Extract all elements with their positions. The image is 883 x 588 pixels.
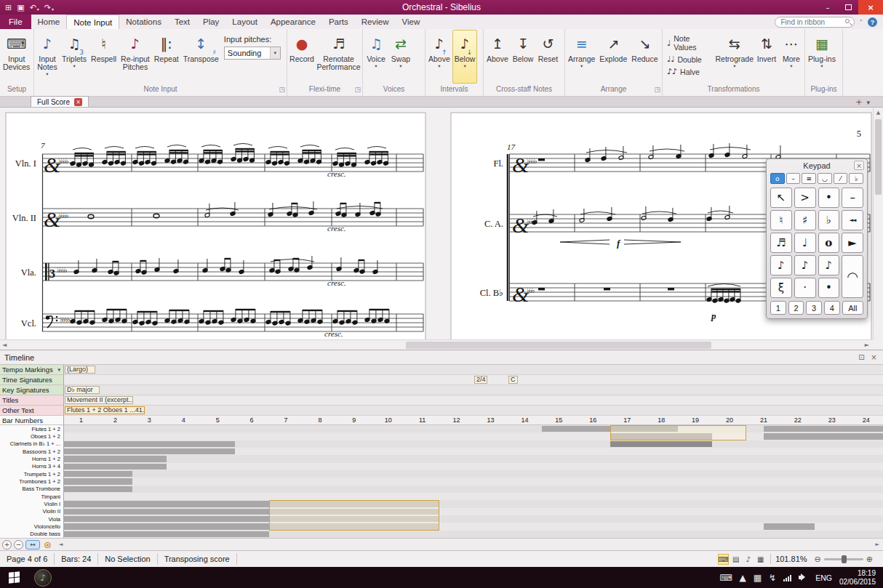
timeline-event-chip[interactable]: (Largo): [65, 366, 95, 374]
input-devices-button[interactable]: ⌨Input Devices: [1, 30, 32, 84]
natural-key[interactable]: ♮: [770, 210, 792, 230]
input-notes-button[interactable]: ♪Input Notes▾: [35, 30, 60, 84]
timeline-row-key-signatures[interactable]: D♭ major: [64, 385, 883, 395]
voice-2-button[interactable]: 2: [788, 301, 804, 315]
swap-button[interactable]: ⇄Swap▾: [388, 30, 413, 84]
quarter-note-key[interactable]: ♩: [794, 233, 816, 253]
tab-note-input[interactable]: Note Input: [66, 15, 119, 29]
reduce-button[interactable]: ↘Reduce: [629, 30, 660, 84]
timeline-event-chip[interactable]: D♭ major: [65, 386, 100, 394]
instrument-track-oboes-1-2[interactable]: [64, 432, 883, 440]
system-tray-icon[interactable]: ▦: [754, 573, 762, 583]
horizontal-scroll-thumb[interactable]: [406, 342, 711, 349]
zoom-slider-thumb[interactable]: [842, 555, 847, 563]
instrument-track-double-bass[interactable]: [64, 531, 883, 538]
dialog-launcher-icon[interactable]: ◳: [279, 86, 285, 93]
tab-file[interactable]: File: [0, 15, 31, 29]
voice-all-button[interactable]: All: [842, 301, 863, 315]
tab-home[interactable]: Home: [31, 15, 67, 29]
zoom-in-icon[interactable]: ⊕: [866, 555, 873, 564]
taskbar-clock[interactable]: 18:19 02/06/2015: [839, 569, 876, 587]
keypad-tab-more-notes[interactable]: –: [786, 173, 801, 184]
explode-button[interactable]: ↗Explode: [597, 30, 629, 84]
scroll-up-icon[interactable]: ▲: [874, 108, 883, 116]
start-button[interactable]: [9, 572, 20, 583]
sharp-key[interactable]: ♯: [794, 210, 816, 230]
vertical-scroll-thumb[interactable]: [875, 119, 882, 195]
undo-icon[interactable]: ↶▾: [30, 3, 39, 12]
new-tab-button[interactable]: +: [855, 97, 862, 107]
voice-button[interactable]: ♫Voice▾: [364, 30, 388, 84]
timeline-event-chip[interactable]: Movement II (excerpt...: [65, 396, 133, 404]
input-pitches-select[interactable]: Sounding▾: [224, 47, 281, 60]
staccato-dot-key[interactable]: •: [818, 278, 840, 298]
scroll-right-icon[interactable]: ►: [865, 342, 869, 348]
invert-button[interactable]: ⇅Invert: [754, 30, 779, 84]
scroll-left-icon[interactable]: ◄: [2, 342, 7, 348]
timeline-row-tempo-markings[interactable]: (Largo): [64, 365, 883, 375]
close-tab-icon[interactable]: ×: [74, 98, 82, 106]
show-hidden-icons-icon[interactable]: ▲: [740, 573, 746, 583]
redo-icon[interactable]: ↷▾: [44, 3, 54, 12]
power-icon[interactable]: ↯: [769, 573, 776, 583]
save-icon[interactable]: ▣: [17, 3, 24, 12]
instrument-track-violin-ii[interactable]: [64, 508, 883, 515]
minimize-button[interactable]: –: [818, 0, 838, 15]
language-indicator[interactable]: ENG: [815, 573, 832, 582]
voice-1-button[interactable]: 1: [770, 301, 786, 315]
tie-key[interactable]: ◠: [842, 255, 863, 298]
panorama-view-icon[interactable]: ▦: [755, 554, 766, 565]
settings-button[interactable]: ⊛: [42, 540, 53, 549]
tab-view[interactable]: View: [395, 15, 426, 29]
whole-note-key[interactable]: o: [818, 233, 840, 253]
renotate-performance-button[interactable]: ♬Renotate Performance: [316, 30, 361, 84]
maximize-button[interactable]: [838, 0, 858, 15]
document-tab-full-score[interactable]: Full Score ×: [31, 96, 89, 107]
collapse-ribbon-icon[interactable]: ˄: [860, 19, 863, 26]
score-canvas[interactable]: Vln. IVln. IIVla.Vcl.&&3♭♭♭♭♭♭♭♭♭♭♭♭♭♭♭♭…: [0, 108, 873, 339]
dock-panel-icon[interactable]: ⊡: [857, 353, 866, 361]
cross-staff-above-button[interactable]: ↥Above: [484, 30, 511, 84]
timeline-event-chip[interactable]: Flutes 1 + 2 Oboes 1 ...41...: [65, 406, 145, 414]
keypad-close-icon[interactable]: ×: [854, 161, 864, 170]
retrograde-button[interactable]: ⇆Retrograde▾: [715, 30, 754, 84]
tab-appearance[interactable]: Appearance: [264, 15, 322, 29]
instrument-track-violin-i[interactable]: [64, 500, 883, 507]
timeline-scroll-right[interactable]: ►: [876, 541, 879, 547]
tab-review[interactable]: Review: [355, 15, 396, 29]
timeline-row-time-signatures[interactable]: 2/4C: [64, 375, 883, 385]
dialog-launcher-icon[interactable]: ◳: [354, 86, 361, 93]
triplets-button[interactable]: ♫3Triplets▾: [60, 30, 89, 84]
tab-play[interactable]: Play: [196, 15, 225, 29]
repeat-button[interactable]: ‖:Repeat: [152, 30, 181, 84]
instrument-track-horns-1-2[interactable]: [64, 455, 883, 462]
close-button[interactable]: ×: [858, 0, 883, 15]
zoom-out-button[interactable]: −: [14, 540, 23, 549]
double-button[interactable]: ♩♩Double: [666, 55, 714, 64]
play-key[interactable]: ►: [842, 233, 863, 253]
close-panel-icon[interactable]: ×: [869, 353, 879, 361]
instrument-track-viola[interactable]: [64, 515, 883, 523]
eighth-note-key[interactable]: ♪: [770, 255, 792, 275]
application-menu-icon[interactable]: ⊞: [5, 3, 12, 12]
rest-key[interactable]: ξ: [770, 278, 792, 298]
timeline-event-chip[interactable]: 2/4: [474, 376, 487, 384]
keypad-tab-articulations[interactable]: ◡: [818, 173, 832, 184]
instrument-track-clarinets-in-b-1[interactable]: [64, 440, 883, 448]
instrument-track-bass-trombone[interactable]: [64, 486, 883, 493]
voice-4-button[interactable]: 4: [824, 301, 840, 315]
tab-layout[interactable]: Layout: [225, 15, 264, 29]
instrument-track-trombones-1-2[interactable]: [64, 478, 883, 485]
respell-button[interactable]: ♮Respell: [89, 30, 119, 84]
dropdown-arrow-icon[interactable]: ▾: [57, 367, 60, 373]
ideas-panel-icon[interactable]: ♪: [743, 554, 754, 565]
vertical-scrollbar[interactable]: ▲: [873, 108, 883, 339]
network-icon[interactable]: [783, 574, 791, 581]
keypad-tab-accidentals[interactable]: ♭: [849, 173, 863, 184]
tab-notations[interactable]: Notations: [119, 15, 168, 29]
instrument-track-violoncello[interactable]: [64, 523, 883, 530]
zoom-out-icon[interactable]: ⊖: [815, 555, 821, 564]
find-in-ribbon-input[interactable]: [775, 17, 855, 28]
instrument-track-flutes-1-2[interactable]: [64, 425, 883, 432]
instrument-track-bassoons-1-2[interactable]: [64, 448, 883, 455]
